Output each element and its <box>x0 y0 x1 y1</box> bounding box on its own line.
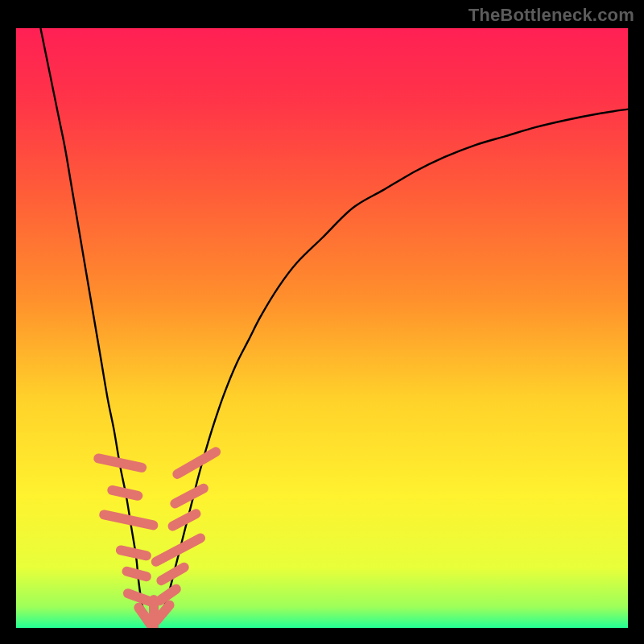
watermark-text: TheBottleneck.com <box>469 5 634 26</box>
chart-svg <box>16 28 628 628</box>
gradient-background <box>16 28 628 628</box>
chart-frame: TheBottleneck.com <box>0 0 644 644</box>
plot-area <box>16 28 628 628</box>
